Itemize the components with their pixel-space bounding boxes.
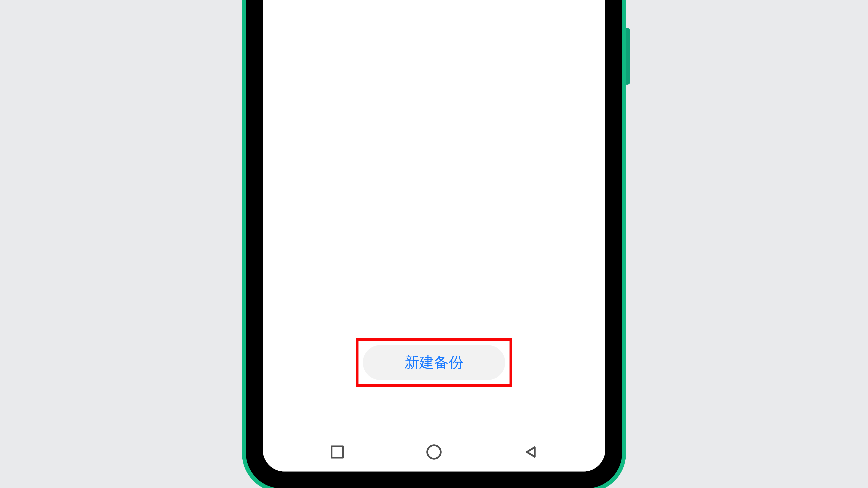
app-content-area: 新建备份 [263,0,605,437]
phone-inner-frame: 新建备份 [246,0,622,488]
square-icon [331,446,344,458]
nav-back-button[interactable] [521,442,540,462]
triangle-back-icon [524,445,538,459]
nav-recent-button[interactable] [328,442,347,462]
new-backup-button[interactable]: 新建备份 [363,345,505,380]
new-backup-button-label: 新建备份 [404,353,464,372]
phone-bezel: 新建备份 [252,0,616,482]
phone-frame: 新建备份 [242,0,626,488]
android-nav-bar [263,437,605,471]
phone-side-button [626,28,630,85]
highlight-box-annotation: 新建备份 [356,338,512,387]
circle-icon [426,445,442,460]
nav-home-button[interactable] [424,442,444,462]
phone-screen: 新建备份 [263,0,605,471]
